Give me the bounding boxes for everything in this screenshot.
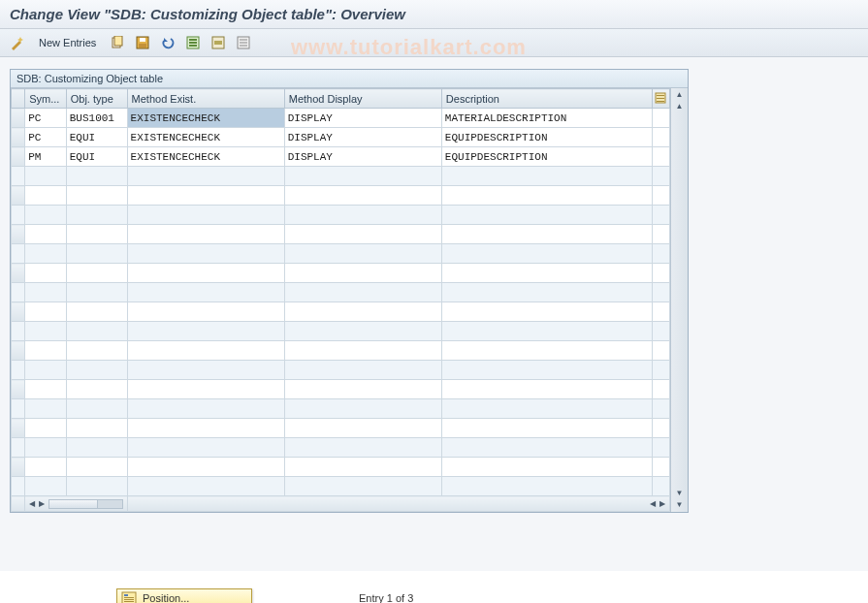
empty-cell[interactable]: [25, 206, 67, 225]
empty-cell[interactable]: [284, 244, 441, 264]
cell-sym[interactable]: [25, 128, 66, 146]
empty-cell[interactable]: [284, 264, 441, 283]
empty-cell[interactable]: [66, 167, 127, 186]
empty-cell[interactable]: [441, 399, 652, 419]
row-selector[interactable]: [12, 322, 25, 341]
save-icon[interactable]: [133, 33, 152, 52]
row-selector[interactable]: [12, 206, 25, 225]
empty-cell[interactable]: [441, 167, 652, 186]
empty-cell[interactable]: [284, 399, 441, 419]
new-entries-button[interactable]: New Entries: [33, 37, 102, 48]
empty-cell[interactable]: [66, 264, 127, 283]
cell-obj[interactable]: [67, 109, 127, 127]
empty-cell[interactable]: [284, 341, 441, 361]
empty-cell[interactable]: [25, 244, 67, 264]
row-selector[interactable]: [12, 167, 25, 186]
select-all-icon[interactable]: [183, 33, 203, 52]
empty-cell[interactable]: [25, 341, 67, 361]
empty-cell[interactable]: [441, 206, 652, 225]
empty-cell[interactable]: [66, 341, 127, 361]
empty-cell[interactable]: [25, 438, 67, 458]
empty-cell[interactable]: [127, 244, 284, 264]
empty-cell[interactable]: [284, 361, 441, 380]
empty-cell[interactable]: [66, 477, 127, 496]
empty-cell[interactable]: [25, 419, 67, 438]
empty-cell[interactable]: [441, 186, 652, 206]
cell-method-display[interactable]: [285, 147, 441, 166]
row-selector[interactable]: [12, 264, 25, 283]
empty-cell[interactable]: [25, 283, 67, 302]
empty-cell[interactable]: [25, 225, 67, 244]
empty-cell[interactable]: [127, 167, 284, 186]
cell-method-display[interactable]: [285, 109, 441, 127]
scroll-up-icon[interactable]: ▲: [676, 90, 684, 100]
row-selector[interactable]: [12, 109, 25, 128]
hscroll-left-icon[interactable]: ◀: [650, 499, 656, 508]
col-header-method-display[interactable]: Method Display: [284, 89, 441, 109]
row-selector[interactable]: [12, 399, 25, 419]
cell-description[interactable]: [442, 109, 652, 127]
row-selector[interactable]: [12, 147, 25, 167]
empty-cell[interactable]: [284, 283, 441, 302]
hscroll-track-left[interactable]: [48, 499, 122, 509]
empty-cell[interactable]: [25, 399, 67, 419]
empty-cell[interactable]: [127, 225, 284, 244]
empty-cell[interactable]: [441, 283, 652, 302]
col-header-method-exist[interactable]: Method Exist.: [127, 89, 284, 109]
empty-cell[interactable]: [441, 477, 652, 496]
empty-cell[interactable]: [652, 206, 669, 225]
empty-cell[interactable]: [652, 438, 669, 458]
empty-cell[interactable]: [441, 438, 652, 458]
empty-cell[interactable]: [66, 322, 127, 341]
empty-cell[interactable]: [25, 477, 67, 496]
empty-cell[interactable]: [441, 380, 652, 399]
empty-cell[interactable]: [652, 419, 669, 438]
cell-method-display[interactable]: [285, 128, 441, 146]
cell-sym[interactable]: [25, 109, 66, 127]
empty-cell[interactable]: [66, 380, 127, 399]
empty-cell[interactable]: [25, 302, 67, 322]
row-selector[interactable]: [12, 477, 25, 496]
empty-cell[interactable]: [127, 438, 284, 458]
empty-cell[interactable]: [25, 380, 67, 399]
copy-icon[interactable]: [108, 33, 127, 52]
row-selector[interactable]: [12, 186, 25, 206]
empty-cell[interactable]: [652, 225, 669, 244]
table-settings-icon[interactable]: [652, 89, 669, 109]
wand-icon[interactable]: [8, 33, 27, 52]
empty-cell[interactable]: [66, 302, 127, 322]
empty-cell[interactable]: [25, 186, 67, 206]
scroll-down-icon[interactable]: ▼: [676, 500, 684, 510]
cell-method-exist[interactable]: [128, 147, 284, 166]
empty-cell[interactable]: [652, 167, 669, 186]
empty-cell[interactable]: [127, 361, 284, 380]
cell-obj[interactable]: [67, 128, 127, 146]
empty-cell[interactable]: [127, 458, 284, 477]
empty-cell[interactable]: [127, 264, 284, 283]
hscroll-left-icon[interactable]: ◀: [29, 499, 35, 508]
empty-cell[interactable]: [25, 322, 67, 341]
empty-cell[interactable]: [652, 458, 669, 477]
row-selector[interactable]: [12, 438, 25, 458]
empty-cell[interactable]: [127, 419, 284, 438]
empty-cell[interactable]: [441, 458, 652, 477]
empty-cell[interactable]: [66, 186, 127, 206]
empty-cell[interactable]: [652, 361, 669, 380]
empty-cell[interactable]: [127, 341, 284, 361]
empty-cell[interactable]: [284, 458, 441, 477]
empty-cell[interactable]: [66, 206, 127, 225]
empty-cell[interactable]: [652, 341, 669, 361]
row-selector[interactable]: [12, 302, 25, 322]
row-selector[interactable]: [12, 128, 25, 147]
empty-cell[interactable]: [25, 167, 67, 186]
empty-cell[interactable]: [441, 361, 652, 380]
position-button[interactable]: Position...: [116, 588, 252, 603]
empty-cell[interactable]: [66, 244, 127, 264]
empty-cell[interactable]: [284, 186, 441, 206]
empty-cell[interactable]: [127, 477, 284, 496]
empty-cell[interactable]: [127, 283, 284, 302]
empty-cell[interactable]: [127, 322, 284, 341]
empty-cell[interactable]: [127, 399, 284, 419]
empty-cell[interactable]: [127, 302, 284, 322]
empty-cell[interactable]: [127, 380, 284, 399]
